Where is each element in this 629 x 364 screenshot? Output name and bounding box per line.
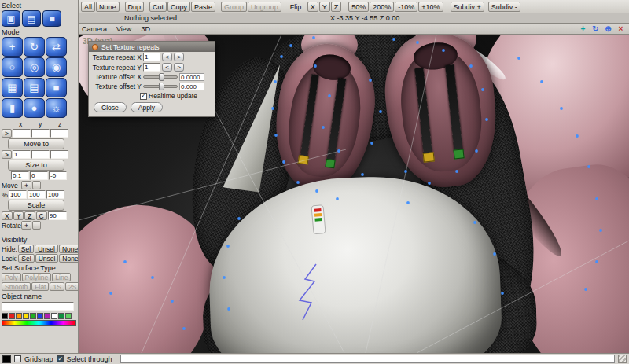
tool-ball-icon[interactable]: ● <box>24 98 45 118</box>
rotate-axis-y-button[interactable]: Y <box>13 211 24 220</box>
lock-sel-button[interactable]: Sel <box>18 254 34 263</box>
texture-repeat-y-increment-button[interactable]: > <box>174 63 184 72</box>
move-to-button[interactable]: Move to <box>8 138 64 149</box>
tool-light-icon[interactable]: ☼ <box>46 98 67 118</box>
texture-repeat-x-decrement-button[interactable]: < <box>162 53 172 61</box>
toolbar-y-button[interactable]: Y <box>319 2 330 12</box>
toolbar-copy-button[interactable]: Copy <box>167 2 190 12</box>
nudge-minus-button[interactable]: - <box>32 181 41 189</box>
nudge-z-input[interactable] <box>49 171 67 180</box>
hide-sel-button[interactable]: Sel <box>18 245 34 253</box>
tool-torus-icon[interactable]: ◉ <box>46 57 67 77</box>
toolbar-z-button[interactable]: Z <box>331 2 342 12</box>
texture-repeat-x-input[interactable] <box>143 53 160 61</box>
menu-camera[interactable]: Camera <box>82 25 107 33</box>
palette-swatch[interactable] <box>65 313 72 319</box>
palette-swatch[interactable] <box>37 313 43 319</box>
lock-unsel-button[interactable]: Unsel <box>35 254 59 263</box>
surface-polyline-button[interactable]: Polyline <box>22 273 52 281</box>
menu-3d[interactable]: 3D <box>141 25 150 33</box>
tool-sphere-wire-icon[interactable]: ◎ <box>24 57 45 77</box>
view-zoom-icon[interactable]: ⊕ <box>603 24 613 34</box>
hide-unsel-button[interactable]: Unsel <box>35 245 58 253</box>
palette-swatch[interactable] <box>2 313 8 319</box>
toolbar-200-button[interactable]: 200% <box>370 2 394 12</box>
move-to-x-input[interactable] <box>13 129 31 138</box>
tool-rotate-icon[interactable]: ↻ <box>24 37 45 57</box>
tool-mesh-icon[interactable]: ▤ <box>24 78 45 97</box>
rotate-axis-x-button[interactable]: X <box>2 211 13 220</box>
color-gradient-strip[interactable] <box>2 320 76 326</box>
toolbar-all-button[interactable]: All <box>81 2 95 12</box>
texture-repeat-y-input[interactable] <box>143 63 160 72</box>
palette-swatch[interactable] <box>51 313 57 319</box>
rotate-axis-z-button[interactable]: Z <box>24 211 35 220</box>
palette-swatch[interactable] <box>30 313 36 319</box>
rotate-angle-input[interactable] <box>48 211 67 220</box>
tool-extrude-icon[interactable]: ⇄ <box>46 37 67 57</box>
close-button[interactable]: Close <box>94 102 127 112</box>
texture-offset-y-slider[interactable] <box>143 85 178 88</box>
object-name-input[interactable] <box>2 302 74 311</box>
surface-2s-button[interactable]: 2S <box>65 282 79 291</box>
texture-repeats-dialog[interactable]: Set Texture repeats Texture repeat X<>Te… <box>88 41 215 117</box>
select-surface-icon[interactable]: ▤ <box>22 10 41 27</box>
tool-cube-icon[interactable]: ■ <box>46 78 67 97</box>
size-to-button[interactable]: Size to <box>8 160 64 171</box>
dialog-title-bar[interactable]: Set Texture repeats <box>89 42 215 52</box>
toolbar-group-button[interactable]: Group <box>221 2 247 12</box>
window-resize-grip[interactable] <box>618 355 627 363</box>
dialog-close-icon[interactable] <box>92 44 98 50</box>
surface-flat-button[interactable]: Flat <box>31 282 49 291</box>
current-color-swatch[interactable] <box>2 355 11 363</box>
surface-1s-button[interactable]: 1S <box>50 282 64 291</box>
texture-repeat-x-increment-button[interactable]: > <box>174 53 184 61</box>
view-orbit-icon[interactable]: ↻ <box>590 24 601 34</box>
select-object-icon[interactable]: ■ <box>42 10 61 27</box>
gridsnap-checkbox[interactable] <box>14 355 21 362</box>
size-to-x-input[interactable] <box>13 150 31 159</box>
slider-thumb[interactable] <box>159 83 164 90</box>
texture-repeat-y-decrement-button[interactable]: < <box>162 63 172 72</box>
toolbar-subdiv-button[interactable]: Subdiv + <box>451 2 484 12</box>
scale-y-input[interactable] <box>28 190 46 199</box>
size-to-z-input[interactable] <box>50 150 68 159</box>
tool-move-icon[interactable]: + <box>2 37 23 57</box>
toolbar-subdiv-button[interactable]: Subdiv - <box>488 2 520 12</box>
scale-x-input[interactable] <box>9 190 27 199</box>
texture-offset-x-slider[interactable] <box>143 75 178 79</box>
realtime-update-checkbox[interactable] <box>140 93 147 100</box>
toolbar-50-button[interactable]: 50% <box>348 2 369 12</box>
palette-swatch[interactable] <box>58 313 64 319</box>
toolbar-cut-button[interactable]: Cut <box>149 2 167 12</box>
command-entry-field[interactable] <box>120 355 615 363</box>
rotate-plus-button[interactable]: + <box>21 221 31 230</box>
toolbar-ungroup-button[interactable]: Ungroup <box>248 2 281 12</box>
nudge-x-input[interactable] <box>11 171 29 180</box>
palette-swatch[interactable] <box>16 313 22 319</box>
move-to-z-input[interactable] <box>50 129 68 138</box>
tool-ellipse-icon[interactable]: ○ <box>2 57 23 77</box>
move-to-apply-button[interactable]: > <box>2 129 12 138</box>
lock-none-button[interactable]: None <box>59 254 79 263</box>
nudge-plus-button[interactable]: + <box>21 181 31 189</box>
palette-swatch[interactable] <box>9 313 15 319</box>
palette-swatch[interactable] <box>44 313 50 319</box>
scale-z-input[interactable] <box>46 190 64 199</box>
nudge-y-input[interactable] <box>30 171 48 180</box>
size-to-y-input[interactable] <box>31 150 50 159</box>
surface-smooth-button[interactable]: Smooth <box>2 282 31 291</box>
toolbar-10-button[interactable]: -10% <box>395 2 417 12</box>
apply-button[interactable]: Apply <box>131 102 163 112</box>
select-vertex-icon[interactable]: ▣ <box>2 10 20 27</box>
toolbar-paste-button[interactable]: Paste <box>191 2 215 12</box>
select-through-checkbox[interactable] <box>57 355 64 362</box>
tool-grid-icon[interactable]: ▦ <box>2 78 23 97</box>
hide-none-button[interactable]: None <box>59 245 79 253</box>
rotate-minus-button[interactable]: - <box>32 221 41 230</box>
move-to-y-input[interactable] <box>31 129 50 138</box>
menu-view[interactable]: View <box>116 25 131 33</box>
toolbar-none-button[interactable]: None <box>96 2 120 12</box>
size-to-apply-button[interactable]: > <box>2 150 12 159</box>
toolbar-x-button[interactable]: X <box>307 2 318 12</box>
